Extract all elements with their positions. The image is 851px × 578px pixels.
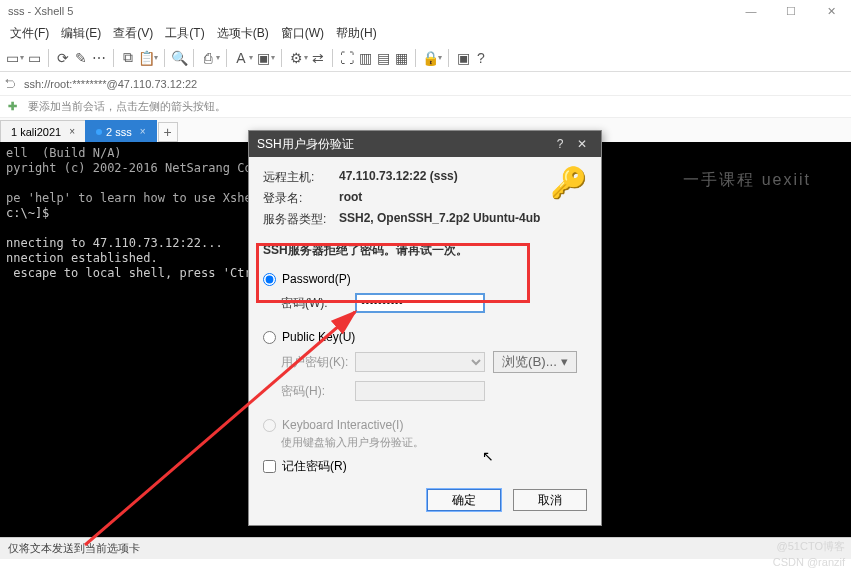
close-tab-icon[interactable]: × bbox=[140, 126, 146, 137]
dialog-help-icon[interactable]: ? bbox=[549, 137, 571, 151]
help-icon[interactable]: ? bbox=[473, 50, 489, 66]
password-option-label: Password(P) bbox=[282, 272, 351, 286]
keys-icon: 🔑 bbox=[550, 165, 587, 200]
menubar: 文件(F) 编辑(E) 查看(V) 工具(T) 选项卡(B) 窗口(W) 帮助(… bbox=[0, 22, 851, 44]
fullscreen-icon[interactable]: ⛶ bbox=[339, 50, 355, 66]
menu-edit[interactable]: 编辑(E) bbox=[55, 23, 107, 44]
host-value: 47.110.73.12:22 (sss) bbox=[339, 169, 458, 186]
keyboard-option-label: Keyboard Interactive(I) bbox=[282, 418, 403, 432]
ssh-auth-dialog: SSH用户身份验证 ? ✕ 🔑 远程主机:47.110.73.12:22 (ss… bbox=[248, 130, 602, 526]
reconnect-icon[interactable]: ⟳ bbox=[55, 50, 71, 66]
font-icon[interactable]: A bbox=[233, 50, 249, 66]
open-icon[interactable]: ▭ bbox=[26, 50, 42, 66]
cancel-button[interactable]: 取消 bbox=[513, 489, 587, 511]
close-icon[interactable]: ✕ bbox=[811, 0, 851, 22]
maximize-icon[interactable]: ☐ bbox=[771, 0, 811, 22]
key-password-label: 密码(H): bbox=[281, 383, 355, 400]
browse-button: 浏览(B)... ▾ bbox=[493, 351, 577, 373]
servertype-label: 服务器类型: bbox=[263, 211, 339, 228]
script-icon[interactable]: ⚙ bbox=[288, 50, 304, 66]
close-tab-icon[interactable]: × bbox=[69, 126, 75, 137]
address-input[interactable]: ssh://root:********@47.110.73.12:22 bbox=[24, 78, 847, 90]
dialog-close-icon[interactable]: ✕ bbox=[571, 137, 593, 151]
print-icon[interactable]: ⎙ bbox=[200, 50, 216, 66]
key-password-input bbox=[355, 381, 485, 401]
publickey-radio[interactable] bbox=[263, 331, 276, 344]
remember-checkbox[interactable] bbox=[263, 460, 276, 473]
address-bar: ⮌ ssh://root:********@47.110.73.12:22 bbox=[0, 72, 851, 96]
password-label: 密码(W): bbox=[281, 295, 355, 312]
tab-label: 1 kali2021 bbox=[11, 126, 61, 138]
tile-h-icon[interactable]: ▥ bbox=[357, 50, 373, 66]
lock-icon[interactable]: 🔒 bbox=[422, 50, 438, 66]
new-tab-button[interactable]: + bbox=[158, 122, 178, 142]
transfer-icon[interactable]: ⇄ bbox=[310, 50, 326, 66]
tab-kali2021[interactable]: 1 kali2021 × bbox=[0, 120, 86, 142]
menu-view[interactable]: 查看(V) bbox=[107, 23, 159, 44]
user-label: 登录名: bbox=[263, 190, 339, 207]
find-icon[interactable]: 🔍 bbox=[171, 50, 187, 66]
ok-button[interactable]: 确定 bbox=[427, 489, 501, 511]
host-label: 远程主机: bbox=[263, 169, 339, 186]
tab-label: 2 sss bbox=[106, 126, 132, 138]
password-radio[interactable] bbox=[263, 273, 276, 286]
paste-icon[interactable]: 📋 bbox=[138, 50, 154, 66]
userkey-combo bbox=[355, 352, 485, 372]
new-session-icon[interactable]: ▭ bbox=[4, 50, 20, 66]
remember-label: 记住密码(R) bbox=[282, 458, 347, 475]
cascade-icon[interactable]: ▦ bbox=[393, 50, 409, 66]
properties-icon[interactable]: ⋯ bbox=[91, 50, 107, 66]
menu-tools[interactable]: 工具(T) bbox=[159, 23, 210, 44]
tile-v-icon[interactable]: ▤ bbox=[375, 50, 391, 66]
keyboard-radio bbox=[263, 419, 276, 432]
localshell-icon[interactable]: ▣ bbox=[455, 50, 471, 66]
status-bar: 仅将文本发送到当前选项卡 bbox=[0, 537, 851, 559]
hint-text: 要添加当前会话，点击左侧的箭头按钮。 bbox=[28, 99, 226, 114]
menu-file[interactable]: 文件(F) bbox=[4, 23, 55, 44]
menu-tab[interactable]: 选项卡(B) bbox=[211, 23, 275, 44]
user-value: root bbox=[339, 190, 362, 207]
status-text: 仅将文本发送到当前选项卡 bbox=[8, 541, 140, 556]
userkey-label: 用户密钥(K): bbox=[281, 354, 355, 371]
dialog-titlebar[interactable]: SSH用户身份验证 ? ✕ bbox=[249, 131, 601, 157]
publickey-option-label: Public Key(U) bbox=[282, 330, 355, 344]
back-icon[interactable]: ⮌ bbox=[4, 77, 18, 91]
add-session-icon[interactable]: ✚ bbox=[8, 100, 22, 114]
status-dot-icon bbox=[96, 129, 102, 135]
menu-help[interactable]: 帮助(H) bbox=[330, 23, 383, 44]
dialog-title: SSH用户身份验证 bbox=[257, 136, 354, 153]
keyboard-desc: 使用键盘输入用户身份验证。 bbox=[263, 435, 587, 450]
titlebar: sss - Xshell 5 — ☐ ✕ bbox=[0, 0, 851, 22]
hint-bar: ✚ 要添加当前会话，点击左侧的箭头按钮。 bbox=[0, 96, 851, 118]
copy-icon[interactable]: ⧉ bbox=[120, 50, 136, 66]
minimize-icon[interactable]: — bbox=[731, 0, 771, 22]
servertype-value: SSH2, OpenSSH_7.2p2 Ubuntu-4ub bbox=[339, 211, 540, 228]
error-message: SSH服务器拒绝了密码。请再试一次。 bbox=[263, 242, 587, 259]
menu-window[interactable]: 窗口(W) bbox=[275, 23, 330, 44]
disconnect-icon[interactable]: ✎ bbox=[73, 50, 89, 66]
password-input[interactable] bbox=[355, 293, 485, 313]
toolbar: ▭▾ ▭ ⟳ ✎ ⋯ ⧉ 📋▾ 🔍 ⎙▾ A▾ ▣▾ ⚙▾ ⇄ ⛶ ▥ ▤ ▦ … bbox=[0, 44, 851, 72]
title-text: sss - Xshell 5 bbox=[8, 5, 73, 17]
tab-sss[interactable]: 2 sss × bbox=[85, 120, 157, 142]
color-icon[interactable]: ▣ bbox=[255, 50, 271, 66]
